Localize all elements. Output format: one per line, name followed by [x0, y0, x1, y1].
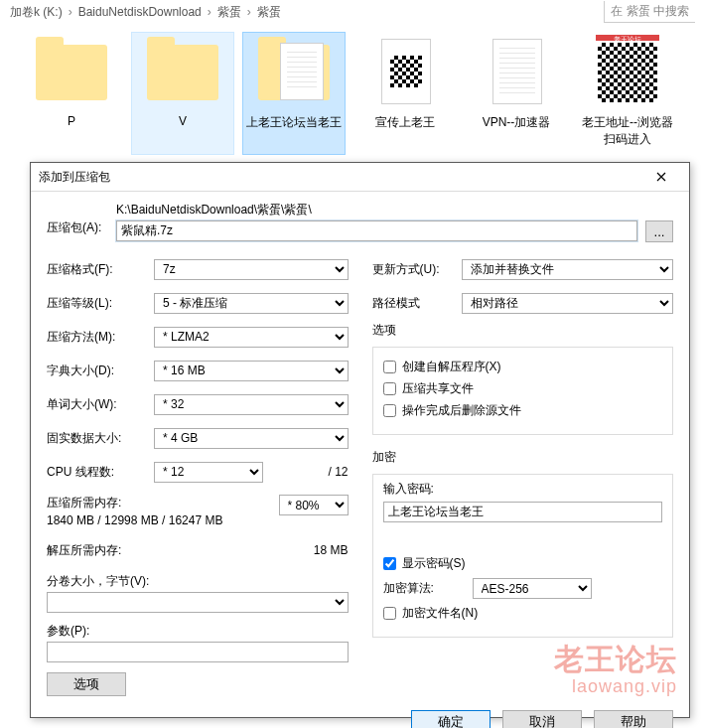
params-label: 参数(P): [47, 623, 349, 640]
password-label: 输入密码: [383, 481, 663, 498]
archive-name-input[interactable] [116, 220, 637, 241]
file-label: P [23, 114, 120, 128]
word-select[interactable]: * 32 [154, 394, 349, 415]
word-label: 单词大小(W): [47, 396, 154, 413]
mem-compress-label: 压缩所需内存: [47, 495, 279, 511]
archive-label: 压缩包(A): [47, 202, 116, 236]
file-label: 上老王论坛当老王 [245, 114, 343, 131]
cpu-total: / 12 [269, 465, 349, 479]
chevron-right-icon: › [245, 5, 253, 19]
update-select[interactable]: 添加并替换文件 [462, 259, 674, 280]
chevron-right-icon: › [206, 5, 213, 19]
level-select[interactable]: 5 - 标准压缩 [154, 293, 349, 314]
dict-label: 字典大小(D): [47, 363, 154, 379]
left-column: 压缩格式(F): 7z 压缩等级(L): 5 - 标准压缩 压缩方法(M): *… [47, 252, 349, 696]
file-item[interactable]: V [131, 32, 234, 155]
ok-button[interactable]: 确定 [411, 710, 491, 728]
breadcrumb-item[interactable]: 紫蛋 [213, 4, 245, 21]
delete-checkbox-row[interactable]: 操作完成后删除源文件 [383, 402, 663, 419]
file-item[interactable]: 上老王论坛当老王 [242, 32, 346, 155]
encrypt-fieldset: 输入密码: 显示密码(S) 加密算法: AES-256 加密文件名(N) [372, 474, 674, 638]
enc-names-checkbox[interactable] [383, 607, 396, 620]
mem-decompress-value: 18 MB [314, 543, 349, 557]
split-label: 分卷大小，字节(V): [47, 573, 349, 590]
breadcrumb-item[interactable]: 加卷k (K:) [6, 4, 67, 21]
params-input[interactable] [47, 642, 349, 662]
enc-names-row[interactable]: 加密文件名(N) [383, 605, 663, 622]
enc-method-label: 加密算法: [383, 580, 473, 597]
sfx-checkbox[interactable] [383, 361, 396, 373]
sfx-checkbox-row[interactable]: 创建自解压程序(X) [383, 359, 663, 375]
enc-names-label: 加密文件名(N) [402, 605, 479, 622]
dialog-title: 添加到压缩包 [39, 169, 641, 186]
search-input[interactable]: 在 紫蛋 中搜索 [604, 1, 695, 23]
close-icon [656, 172, 666, 182]
delete-checkbox[interactable] [383, 404, 396, 417]
method-select[interactable]: * LZMA2 [154, 327, 349, 348]
sfx-label: 创建自解压程序(X) [402, 359, 501, 375]
cancel-button[interactable]: 取消 [502, 710, 582, 728]
dialog-titlebar: 添加到压缩包 [31, 163, 689, 192]
show-password-row[interactable]: 显示密码(S) [383, 555, 663, 572]
shared-checkbox-row[interactable]: 压缩共享文件 [383, 380, 663, 397]
cpu-label: CPU 线程数: [47, 464, 154, 481]
file-item[interactable]: P [20, 32, 123, 155]
file-item[interactable]: 宣传上老王 [353, 32, 457, 155]
browse-button[interactable]: ... [645, 220, 673, 242]
cpu-select[interactable]: * 12 [154, 462, 263, 483]
pathmode-label: 路径模式 [372, 295, 462, 312]
options-fieldset: 创建自解压程序(X) 压缩共享文件 操作完成后删除源文件 [372, 347, 674, 435]
file-label: 宣传上老王 [356, 114, 454, 131]
encrypt-group-title: 加密 [372, 449, 674, 466]
split-select[interactable] [47, 592, 349, 613]
shared-label: 压缩共享文件 [402, 380, 474, 397]
solid-label: 固实数据大小: [47, 430, 154, 447]
mem-decompress-label: 解压所需内存: [47, 542, 314, 559]
delete-label: 操作完成后删除源文件 [402, 402, 521, 419]
level-label: 压缩等级(L): [47, 295, 154, 312]
options-group-title: 选项 [372, 322, 674, 339]
dict-select[interactable]: * 16 MB [154, 361, 349, 381]
method-label: 压缩方法(M): [47, 329, 154, 346]
pathmode-select[interactable]: 相对路径 [462, 293, 674, 314]
shared-checkbox[interactable] [383, 382, 396, 395]
options-button[interactable]: 选项 [47, 672, 126, 696]
mem-pct-select[interactable]: * 80% [279, 495, 349, 515]
file-label: VPN--加速器 [468, 114, 565, 131]
file-label: V [134, 114, 231, 128]
show-password-checkbox[interactable] [383, 557, 396, 570]
format-select[interactable]: 7z [154, 259, 349, 280]
right-column: 更新方式(U): 添加并替换文件 路径模式 相对路径 选项 创建自解压程序(X)… [372, 252, 674, 696]
archive-path-prefix: K:\BaiduNetdiskDownload\紫蛋\紫蛋\ [116, 202, 673, 218]
add-to-archive-dialog: 添加到压缩包 压缩包(A): K:\BaiduNetdiskDownload\紫… [30, 162, 690, 718]
breadcrumb-item[interactable]: 紫蛋 [253, 4, 285, 21]
mem-compress-value: 1840 MB / 12998 MB / 16247 MB [47, 513, 279, 527]
solid-select[interactable]: * 4 GB [154, 428, 349, 449]
update-label: 更新方式(U): [372, 261, 462, 278]
file-grid: P V 上老王论坛当老王 宣传上老王 VPN--加速器 老王论坛 老王地址--浏… [0, 24, 701, 169]
password-input[interactable] [383, 502, 663, 522]
chevron-right-icon: › [67, 5, 74, 19]
breadcrumb: 加卷k (K:) › BaiduNetdiskDownload › 紫蛋 › 紫… [0, 0, 701, 24]
file-label: 老王地址--浏览器扫码进入 [579, 114, 676, 148]
format-label: 压缩格式(F): [47, 261, 154, 278]
file-item[interactable]: 老王论坛 老王地址--浏览器扫码进入 [576, 32, 679, 155]
help-button[interactable]: 帮助 [594, 710, 673, 728]
show-password-label: 显示密码(S) [402, 555, 466, 572]
file-item[interactable]: VPN--加速器 [465, 32, 568, 155]
dialog-buttons: 确定 取消 帮助 [31, 706, 689, 728]
enc-method-select[interactable]: AES-256 [473, 578, 592, 599]
breadcrumb-item[interactable]: BaiduNetdiskDownload [74, 5, 206, 19]
close-button[interactable] [641, 163, 681, 191]
